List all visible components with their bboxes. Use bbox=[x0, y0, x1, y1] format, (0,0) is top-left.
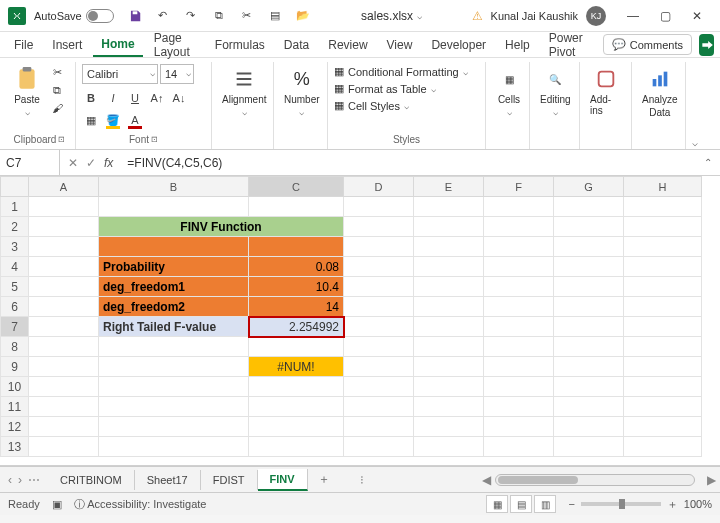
tab-review[interactable]: Review bbox=[320, 34, 375, 56]
cell-b6[interactable]: deg_freedom2 bbox=[99, 297, 249, 317]
col-header[interactable]: G bbox=[554, 177, 624, 197]
share-button[interactable] bbox=[699, 34, 714, 56]
tab-nav-prev[interactable]: ‹ bbox=[8, 473, 12, 487]
row-header[interactable]: 1 bbox=[1, 197, 29, 217]
filename-area[interactable]: sales.xlsx ⌵ bbox=[320, 9, 464, 23]
tab-power-pivot[interactable]: Power Pivot bbox=[541, 27, 597, 63]
conditional-formatting-button[interactable]: ▦Conditional Formatting⌵ bbox=[334, 64, 468, 79]
row-header[interactable]: 5 bbox=[1, 277, 29, 297]
row-header[interactable]: 13 bbox=[1, 437, 29, 457]
normal-view-button[interactable]: ▦ bbox=[486, 495, 508, 513]
new-icon[interactable]: ▤ bbox=[266, 8, 284, 24]
bold-button[interactable]: B bbox=[82, 90, 100, 106]
number-button[interactable]: % Number ⌵ bbox=[280, 64, 324, 119]
expand-formula-bar-button[interactable]: ⌃ bbox=[696, 157, 720, 168]
sheet-tab-active[interactable]: FINV bbox=[258, 469, 308, 491]
sheet-tab[interactable]: CRITBINOM bbox=[48, 470, 135, 490]
scroll-left-button[interactable]: ◀ bbox=[478, 473, 495, 487]
row-header[interactable]: 9 bbox=[1, 357, 29, 377]
macro-icon[interactable]: ▣ bbox=[52, 498, 62, 511]
cell-c5[interactable]: 10.4 bbox=[249, 277, 344, 297]
italic-button[interactable]: I bbox=[104, 90, 122, 106]
cell-b4[interactable]: Probability bbox=[99, 257, 249, 277]
tab-formulas[interactable]: Formulas bbox=[207, 34, 273, 56]
user-avatar[interactable]: KJ bbox=[586, 6, 606, 26]
addins-button[interactable]: Add-ins bbox=[586, 64, 625, 118]
tab-view[interactable]: View bbox=[379, 34, 421, 56]
tab-home[interactable]: Home bbox=[93, 33, 142, 57]
col-header[interactable]: D bbox=[344, 177, 414, 197]
tab-nav-more[interactable]: ⋯ bbox=[28, 473, 40, 487]
undo-icon[interactable]: ↶ bbox=[154, 8, 172, 24]
redo-icon[interactable]: ↷ bbox=[182, 8, 200, 24]
cell-styles-button[interactable]: ▦Cell Styles⌵ bbox=[334, 98, 409, 113]
enter-formula-icon[interactable]: ✓ bbox=[86, 156, 96, 170]
row-header[interactable]: 7 bbox=[1, 317, 29, 337]
cell-c7-selected[interactable]: 2.254992 bbox=[249, 317, 344, 337]
border-button[interactable]: ▦ bbox=[82, 112, 100, 128]
add-sheet-button[interactable]: ＋ bbox=[308, 467, 340, 492]
zoom-in-button[interactable]: ＋ bbox=[667, 497, 678, 512]
col-header[interactable]: F bbox=[484, 177, 554, 197]
row-header[interactable]: 2 bbox=[1, 217, 29, 237]
analyze-data-button[interactable]: AnalyzeData bbox=[638, 64, 682, 120]
format-painter-icon[interactable]: 🖌 bbox=[48, 100, 66, 116]
horizontal-scrollbar[interactable] bbox=[495, 474, 695, 486]
fill-color-button[interactable]: 🪣 bbox=[104, 112, 122, 128]
format-as-table-button[interactable]: ▦Format as Table⌵ bbox=[334, 81, 436, 96]
row-header[interactable]: 12 bbox=[1, 417, 29, 437]
copy-icon[interactable]: ⧉ bbox=[210, 8, 228, 24]
close-button[interactable]: ✕ bbox=[682, 4, 712, 28]
font-color-button[interactable]: A bbox=[126, 112, 144, 128]
page-break-view-button[interactable]: ▥ bbox=[534, 495, 556, 513]
col-header[interactable]: A bbox=[29, 177, 99, 197]
name-box[interactable]: C7 bbox=[0, 150, 60, 175]
collapse-ribbon-button[interactable]: ⌵ bbox=[686, 62, 704, 154]
underline-button[interactable]: U bbox=[126, 90, 144, 106]
col-header[interactable]: B bbox=[99, 177, 249, 197]
alignment-button[interactable]: Alignment ⌵ bbox=[218, 64, 270, 119]
row-header[interactable]: 8 bbox=[1, 337, 29, 357]
select-all-corner[interactable] bbox=[1, 177, 29, 197]
cut-icon[interactable]: ✂ bbox=[48, 64, 66, 80]
autosave-toggle[interactable]: AutoSave bbox=[34, 9, 114, 23]
open-icon[interactable]: 📂 bbox=[294, 8, 312, 24]
formula-input[interactable]: =FINV(C4,C5,C6) bbox=[121, 156, 696, 170]
row-header[interactable]: 10 bbox=[1, 377, 29, 397]
cell-b5[interactable]: deg_freedom1 bbox=[99, 277, 249, 297]
increase-font-icon[interactable]: A↑ bbox=[148, 90, 166, 106]
save-icon[interactable] bbox=[126, 8, 144, 24]
cancel-formula-icon[interactable]: ✕ bbox=[68, 156, 78, 170]
tab-nav-next[interactable]: › bbox=[18, 473, 22, 487]
row-header[interactable]: 4 bbox=[1, 257, 29, 277]
fx-icon[interactable]: fx bbox=[104, 156, 113, 170]
cell-b2[interactable]: FINV Function bbox=[99, 217, 344, 237]
sheet-tab[interactable]: Sheet17 bbox=[135, 470, 201, 490]
tab-scroll-menu[interactable]: ⁝ bbox=[340, 473, 384, 487]
minimize-button[interactable]: — bbox=[618, 4, 648, 28]
tab-file[interactable]: File bbox=[6, 34, 41, 56]
cut-icon[interactable]: ✂ bbox=[238, 8, 256, 24]
editing-button[interactable]: 🔍Editing⌵ bbox=[536, 64, 575, 119]
cell-c4[interactable]: 0.08 bbox=[249, 257, 344, 277]
tab-data[interactable]: Data bbox=[276, 34, 317, 56]
col-header[interactable]: H bbox=[624, 177, 702, 197]
autosave-switch[interactable] bbox=[86, 9, 114, 23]
col-header[interactable]: C bbox=[249, 177, 344, 197]
zoom-level[interactable]: 100% bbox=[684, 498, 712, 510]
zoom-slider[interactable] bbox=[581, 502, 661, 506]
page-layout-view-button[interactable]: ▤ bbox=[510, 495, 532, 513]
font-name-combo[interactable]: Calibri bbox=[82, 64, 158, 84]
col-header[interactable]: E bbox=[414, 177, 484, 197]
maximize-button[interactable]: ▢ bbox=[650, 4, 680, 28]
decrease-font-icon[interactable]: A↓ bbox=[170, 90, 188, 106]
cell-b7[interactable]: Right Tailed F-value bbox=[99, 317, 249, 337]
comments-button[interactable]: 💬 Comments bbox=[603, 34, 692, 55]
tab-page-layout[interactable]: Page Layout bbox=[146, 27, 204, 63]
font-size-combo[interactable]: 14 bbox=[160, 64, 194, 84]
tab-developer[interactable]: Developer bbox=[423, 34, 494, 56]
row-header[interactable]: 6 bbox=[1, 297, 29, 317]
accessibility-status[interactable]: ⓘ Accessibility: Investigate bbox=[74, 497, 207, 512]
scroll-right-button[interactable]: ▶ bbox=[703, 473, 720, 487]
worksheet-grid[interactable]: A B C D E F G H 1 2FINV Function 3 4Prob… bbox=[0, 176, 720, 466]
